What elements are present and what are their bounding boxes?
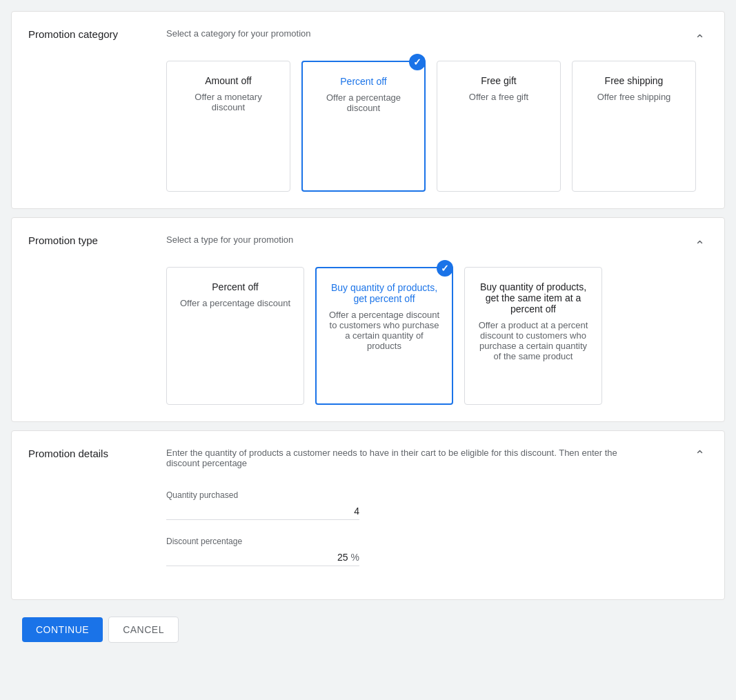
promotion-details-section: Promotion details Enter the quantity of … bbox=[11, 430, 725, 600]
category-card-desc-amount-off: Offer a monetary discount bbox=[178, 92, 279, 112]
continue-button[interactable]: CONTINUE bbox=[22, 617, 103, 642]
promotion-category-collapse-btn[interactable]: ⌃ bbox=[692, 32, 708, 47]
field-wrapper-discount-percentage: % bbox=[166, 549, 359, 566]
promotion-category-content: Select a category for your promotion ⌃ A… bbox=[166, 28, 708, 192]
field-suffix-discount-percentage: % bbox=[351, 552, 359, 563]
type-card-title-buy-qty-get-percent: Buy quantity of products, get percent of… bbox=[328, 282, 441, 304]
type-card-desc-buy-qty-get-percent: Offer a percentage discount to customers… bbox=[328, 310, 441, 351]
field-label-quantity-purchased: Quantity purchased bbox=[166, 490, 708, 500]
type-card-buy-qty-same-item[interactable]: Buy quantity of products, get the same i… bbox=[464, 267, 602, 405]
category-card-percent-off[interactable]: ✓Percent offOffer a percentage discount bbox=[301, 61, 426, 192]
category-card-desc-free-shipping: Offer free shipping bbox=[597, 92, 671, 102]
category-card-title-percent-off: Percent off bbox=[340, 76, 386, 87]
promotion-details-intro: Enter the quantity of products a custome… bbox=[166, 448, 649, 468]
category-card-amount-off[interactable]: Amount offOffer a monetary discount bbox=[166, 61, 290, 192]
promotion-details-fields: Quantity purchasedDiscount percentage% bbox=[166, 490, 708, 566]
type-card-buy-qty-get-percent[interactable]: ✓Buy quantity of products, get percent o… bbox=[315, 267, 453, 405]
promotion-details-label: Promotion details bbox=[28, 448, 166, 459]
promotion-details-content: Enter the quantity of products a custome… bbox=[166, 448, 708, 583]
selected-checkmark-icon: ✓ bbox=[437, 260, 453, 277]
type-card-title-buy-qty-same-item: Buy quantity of products, get the same i… bbox=[476, 281, 590, 314]
field-label-discount-percentage: Discount percentage bbox=[166, 537, 708, 546]
cancel-button[interactable]: CANCEL bbox=[108, 617, 179, 643]
type-card-percent-off-simple[interactable]: Percent offOffer a percentage discount bbox=[166, 267, 304, 405]
category-card-free-gift[interactable]: Free giftOffer a free gift bbox=[437, 61, 561, 192]
category-card-desc-free-gift: Offer a free gift bbox=[469, 92, 528, 102]
promotion-type-collapse-btn[interactable]: ⌃ bbox=[692, 238, 708, 253]
promotion-type-content: Select a type for your promotion ⌃ Perce… bbox=[166, 234, 708, 405]
promotion-category-section: Promotion category Select a category for… bbox=[11, 11, 725, 209]
promotion-type-subtitle: Select a type for your promotion bbox=[166, 234, 293, 245]
category-card-title-free-shipping: Free shipping bbox=[605, 75, 664, 86]
field-wrapper-quantity-purchased bbox=[166, 503, 359, 520]
promotion-category-label: Promotion category bbox=[28, 28, 166, 40]
category-card-free-shipping[interactable]: Free shippingOffer free shipping bbox=[572, 61, 696, 192]
field-input-quantity-purchased[interactable] bbox=[166, 506, 359, 517]
promotion-type-section: Promotion type Select a type for your pr… bbox=[11, 217, 725, 422]
footer-bar: CONTINUE CANCEL bbox=[11, 608, 725, 651]
type-card-desc-buy-qty-same-item: Offer a product at a percent discount to… bbox=[476, 320, 590, 361]
category-card-desc-percent-off: Offer a percentage discount bbox=[314, 92, 413, 113]
promotion-category-cards: Amount offOffer a monetary discount✓Perc… bbox=[166, 61, 708, 192]
promotion-category-subtitle: Select a category for your promotion bbox=[166, 28, 311, 39]
type-card-title-percent-off-simple: Percent off bbox=[212, 281, 258, 292]
page-wrapper: Promotion category Select a category for… bbox=[0, 0, 736, 662]
promotion-type-cards: Percent offOffer a percentage discount✓B… bbox=[166, 267, 708, 405]
selected-checkmark-icon: ✓ bbox=[409, 54, 426, 70]
type-card-desc-percent-off-simple: Offer a percentage discount bbox=[180, 298, 290, 308]
category-card-title-amount-off: Amount off bbox=[205, 75, 251, 86]
category-card-title-free-gift: Free gift bbox=[481, 75, 516, 86]
promotion-details-collapse-btn[interactable]: ⌃ bbox=[692, 448, 708, 463]
promotion-type-label: Promotion type bbox=[28, 234, 166, 246]
field-input-discount-percentage[interactable] bbox=[166, 552, 348, 563]
